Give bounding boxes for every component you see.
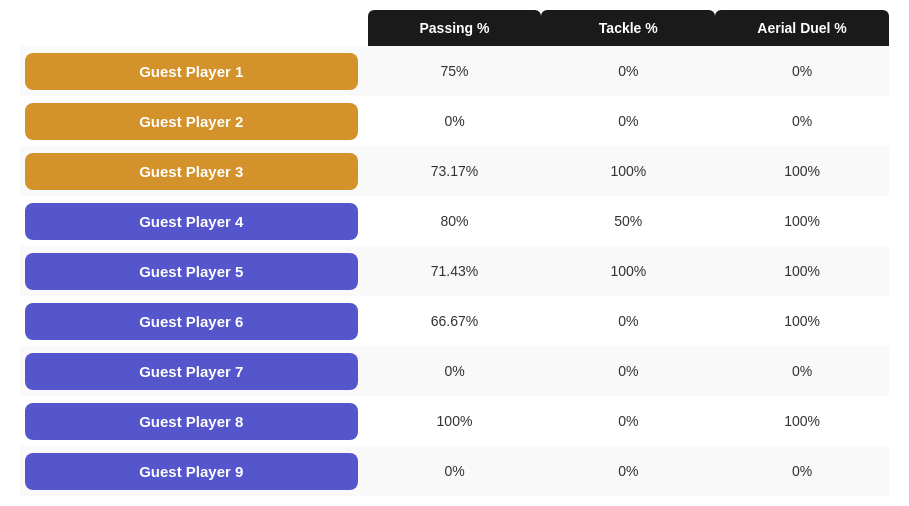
player-name-cell: Guest Player 4 <box>20 196 368 246</box>
player-badge: Guest Player 1 <box>25 53 358 90</box>
aerial-value: 0% <box>715 46 889 96</box>
table-row: Guest Player 571.43%100%100% <box>20 246 889 296</box>
col-header-player <box>20 10 368 46</box>
player-badge: Guest Player 7 <box>25 353 358 390</box>
passing-value: 0% <box>368 346 542 396</box>
player-badge: Guest Player 2 <box>25 103 358 140</box>
player-badge: Guest Player 5 <box>25 253 358 290</box>
player-name-cell: Guest Player 3 <box>20 146 368 196</box>
player-badge: Guest Player 8 <box>25 403 358 440</box>
tackle-value: 0% <box>541 346 715 396</box>
player-badge: Guest Player 9 <box>25 453 358 490</box>
tackle-value: 100% <box>541 146 715 196</box>
stats-table-container: Passing % Tackle % Aerial Duel % Guest P… <box>20 10 889 496</box>
player-badge: Guest Player 6 <box>25 303 358 340</box>
table-row: Guest Player 90%0%0% <box>20 446 889 496</box>
player-name-cell: Guest Player 6 <box>20 296 368 346</box>
table-row: Guest Player 373.17%100%100% <box>20 146 889 196</box>
col-header-tackle: Tackle % <box>541 10 715 46</box>
player-name-cell: Guest Player 9 <box>20 446 368 496</box>
player-stats-table: Passing % Tackle % Aerial Duel % Guest P… <box>20 10 889 496</box>
passing-value: 73.17% <box>368 146 542 196</box>
aerial-value: 100% <box>715 246 889 296</box>
passing-value: 80% <box>368 196 542 246</box>
player-badge: Guest Player 4 <box>25 203 358 240</box>
tackle-value: 0% <box>541 296 715 346</box>
tackle-value: 0% <box>541 446 715 496</box>
table-row: Guest Player 70%0%0% <box>20 346 889 396</box>
table-row: Guest Player 8100%0%100% <box>20 396 889 446</box>
table-row: Guest Player 480%50%100% <box>20 196 889 246</box>
tackle-value: 0% <box>541 396 715 446</box>
passing-value: 71.43% <box>368 246 542 296</box>
player-name-cell: Guest Player 5 <box>20 246 368 296</box>
tackle-value: 0% <box>541 46 715 96</box>
tackle-value: 100% <box>541 246 715 296</box>
col-header-aerial: Aerial Duel % <box>715 10 889 46</box>
passing-value: 0% <box>368 446 542 496</box>
aerial-value: 100% <box>715 396 889 446</box>
player-name-cell: Guest Player 2 <box>20 96 368 146</box>
player-name-cell: Guest Player 1 <box>20 46 368 96</box>
table-row: Guest Player 666.67%0%100% <box>20 296 889 346</box>
passing-value: 66.67% <box>368 296 542 346</box>
aerial-value: 100% <box>715 146 889 196</box>
aerial-value: 0% <box>715 96 889 146</box>
aerial-value: 0% <box>715 346 889 396</box>
aerial-value: 100% <box>715 296 889 346</box>
table-row: Guest Player 175%0%0% <box>20 46 889 96</box>
tackle-value: 0% <box>541 96 715 146</box>
aerial-value: 100% <box>715 196 889 246</box>
tackle-value: 50% <box>541 196 715 246</box>
player-name-cell: Guest Player 8 <box>20 396 368 446</box>
aerial-value: 0% <box>715 446 889 496</box>
passing-value: 75% <box>368 46 542 96</box>
table-row: Guest Player 20%0%0% <box>20 96 889 146</box>
col-header-passing: Passing % <box>368 10 542 46</box>
passing-value: 100% <box>368 396 542 446</box>
player-badge: Guest Player 3 <box>25 153 358 190</box>
player-name-cell: Guest Player 7 <box>20 346 368 396</box>
passing-value: 0% <box>368 96 542 146</box>
